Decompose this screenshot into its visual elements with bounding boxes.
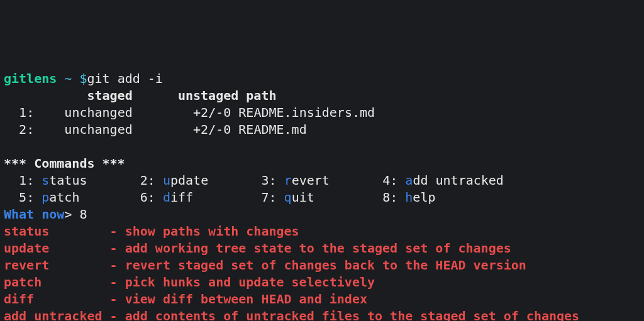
commands-row: 5: patch 6: diff 7: quit 8: help: [4, 190, 435, 205]
status-header: staged unstaged path: [4, 88, 277, 103]
terminal-output[interactable]: gitlens ~ $git add -i staged unstaged pa…: [4, 70, 640, 321]
status-row: 2: unchanged +2/-0 README.md: [4, 122, 307, 137]
command-text: git add -i: [87, 71, 162, 86]
help-line: status - show paths with changes: [4, 224, 299, 239]
commands-header: *** Commands ***: [4, 156, 125, 171]
help-line: add untracked - add contents of untracke…: [4, 308, 579, 321]
prompt-symbol: $: [79, 71, 87, 86]
help-line: revert - revert staged set of changes ba…: [4, 258, 526, 273]
prompt-sep: ~: [64, 71, 72, 86]
help-line: patch - pick hunks and update selectivel…: [4, 275, 375, 290]
prompt-line: gitlens ~ $git add -i: [4, 71, 163, 86]
status-row: 1: unchanged +2/-0 README.insiders.md: [4, 105, 375, 120]
prompt-dir: gitlens: [4, 71, 57, 86]
help-line: update - add working tree state to the s…: [4, 241, 511, 256]
user-input: 8: [79, 207, 87, 222]
help-line: diff - view diff between HEAD and index: [4, 291, 367, 307]
what-now-prompt: What now> 8: [4, 207, 87, 222]
commands-row: 1: status 2: update 3: revert 4: add unt…: [4, 173, 504, 188]
